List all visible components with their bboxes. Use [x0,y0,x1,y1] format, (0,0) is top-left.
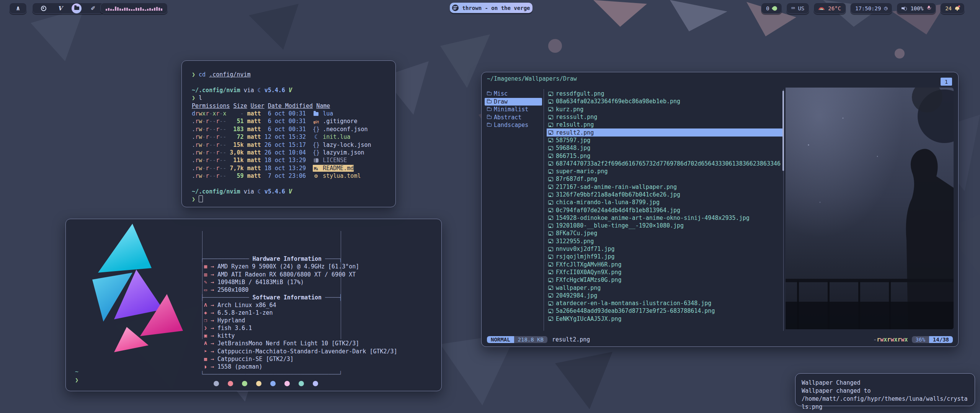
image-file-icon [548,262,553,267]
scrollbar-thumb[interactable] [782,91,784,171]
sidebar-item-draw[interactable]: Draw [485,98,542,106]
fetch-row: ➤→ Catppuccin-Macchiato-Standard-Lavende… [201,348,397,355]
terminal-window[interactable]: ❯ cd .config/nvim ~/.config/nvim via ☾ v… [181,60,396,207]
audio-module[interactable]: 100% [897,3,936,14]
file-row[interactable]: resssult.png [547,113,782,121]
file-row[interactable]: kurz.png [547,106,782,113]
markdown-icon: M↓ [313,165,319,173]
desktop: ∧ V✐ thrown - on the verge 0 ⌨ US 26°C [0,0,980,413]
section-header: ┌───────────── Hardware Information ────… [201,255,397,263]
fetch-row: ▥→ AMD ATI Radeon RX 6800/6800 XT / 6900… [201,271,397,278]
file-row[interactable]: re1sult.png [547,121,782,128]
file-row[interactable]: super-mario.png [547,167,782,175]
braces-icon: {} [313,125,319,133]
folder-open-icon [487,116,492,119]
file-row[interactable]: FXfcHgcWIAMzs0G.png [547,276,782,284]
terminal-line: .rw-r--r-- 51 matt 6 oct 00:31 git .giti… [192,117,392,125]
sidebar-item-abstract[interactable]: Abstract [485,114,542,122]
terminal-line: .rw-r--r-- 3,0k matt 26 oct 10:04 {} laz… [192,149,392,156]
palette-dot [313,381,318,386]
workspace-firefox-icon[interactable] [39,3,49,13]
image-file-icon [548,130,553,135]
cava-bar [126,8,128,11]
file-row[interactable]: 87r687df.png [547,175,782,183]
files-icon [74,7,79,10]
file-row[interactable]: 5a266e448add93deab367d87173e9f25-6837886… [547,307,782,315]
cava-bar [115,7,116,11]
image-file-icon [548,161,553,166]
file-row[interactable]: 08a634fa02a32364f69ebc86a98eb1eb.png [547,98,782,105]
image-file-icon [548,123,553,127]
image-file-icon [548,185,553,189]
cava-bar [131,9,132,11]
info-box-bottom: └───────────────────────────────────────… [201,371,397,378]
file-row[interactable]: result2.png [547,128,782,136]
media-player-widget[interactable]: thrown - on the verge [450,3,532,13]
workspace-vim-icon[interactable]: V [55,3,65,13]
cava-bar [149,8,151,11]
file-row[interactable]: 19201080-__blue-tinge__-1920×1080.jpg [547,222,782,229]
image-file-icon [548,146,553,150]
cursor-position: 14/38 [929,336,953,343]
file-row[interactable]: 0c794faf07de24a4db4d4fb1eb813964.jpg [547,206,782,214]
file-row[interactable]: 68747470733a2f2f696d616765732d7769786d70… [547,160,782,167]
file-row[interactable]: 217167-sad-anime-rain-wallpaper.png [547,183,782,191]
vim-icon: V [58,5,62,12]
file-row[interactable]: 866715.png [547,152,782,159]
file-row[interactable]: 3122955.png [547,237,782,245]
arch-icon: ∧ [16,5,20,11]
cursor-icon: ➤ [201,348,211,355]
braces-icon: {} [313,149,319,156]
file-row[interactable]: chica-mirando-la-luna-8799.jpg [547,198,782,206]
weather-module[interactable]: 26°C [813,3,846,14]
image-file-icon [548,270,553,274]
keyboard-layout-module[interactable]: ⌨ US [786,3,810,14]
file-row[interactable]: rsjqojlmjhf91.jpg [547,253,782,260]
folder-icon [313,110,319,117]
temperature-label: 26°C [828,5,841,11]
file-row[interactable]: EeNKYgIUcAAJ5JX.png [547,315,782,323]
sidebar-item-minimalist[interactable]: Minimalist [485,106,542,114]
cava-bar [129,9,130,11]
cava-bar [113,9,114,11]
cava-bar [119,8,121,11]
file-row[interactable]: FXfcJlTXgAMvH6R.png [547,261,782,268]
cava-bar [122,9,123,11]
notification-popup[interactable]: Wallpaper Changed Wallpaper changed to /… [795,373,975,406]
spotify-icon [452,5,459,11]
workspace-brush-icon[interactable]: ✐ [88,3,98,13]
now-playing-label: thrown - on the verge [462,5,530,11]
terminal-line: .rw-r--r-- 11k matt 18 oct 13:29 LICENSE [192,156,392,164]
file-row[interactable]: FXfcII0X0AQyn9X.png [547,268,782,276]
clock-module[interactable]: 17:50:29 ◷ [850,3,892,14]
git-icon: git [313,118,319,126]
fetch-terminal-window[interactable]: ┌───────────── Hardware Information ────… [65,219,442,391]
file-row[interactable]: 20492984.jpg [547,292,782,299]
image-file-icon [548,208,553,212]
file-row[interactable]: 596848.jpg [547,144,782,152]
file-row[interactable]: 8FKa7Cu.jpeg [547,229,782,237]
file-row[interactable]: 587597.jpg [547,137,782,144]
cava-bar [145,10,146,11]
file-row[interactable]: 3126f7e9bbf21a8a4af0b67b041c6e26.jpg [547,191,782,198]
palette-dot [228,381,233,386]
updates-module[interactable]: 0 [761,3,782,14]
file-manager-window[interactable]: ~/Imagenes/Wallpapers/Draw 1 MiscDrawMin… [481,72,959,347]
file-row[interactable]: atardecer-en-la-montanas-ilustracion-634… [547,299,782,307]
fetch-row: ✎→ 10948MiB / 64183MiB (17%) [201,278,397,286]
image-file-icon [548,309,553,313]
file-row[interactable]: wallpaper.png [547,284,782,291]
status-modules: 0 ⌨ US 26°C 17:50:29 ◷ 100% 24 [761,0,965,17]
palette-dot [242,381,247,386]
notifications-module[interactable]: 24 [940,3,965,14]
file-row[interactable]: nnvuv0xj2df71.jpg [547,245,782,253]
workspace-files-icon[interactable] [72,3,82,13]
terminal-line: .rw-r--r-- 72 matt 12 oct 15:32 ☾ init.l… [192,133,392,141]
file-row[interactable]: ressdfgult.png [547,90,782,98]
file-row[interactable]: 154928-odinokoe_anime-art-anime-okno-sin… [547,214,782,222]
scroll-percent: 36% [912,336,929,343]
sidebar-item-misc[interactable]: Misc [485,90,542,98]
app-launcher-button[interactable]: ∧ [9,3,27,14]
sidebar-item-landscapes[interactable]: Landscapes [485,121,542,129]
book-icon [313,156,319,164]
